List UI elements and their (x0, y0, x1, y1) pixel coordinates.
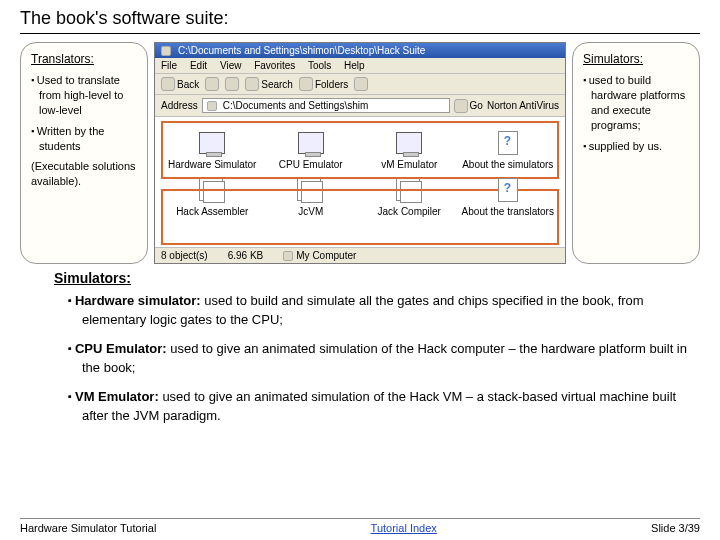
icon-row-2: Hack Assembler JcVM Jack Compiler About … (163, 172, 557, 219)
item-hack-asm[interactable]: Hack Assembler (163, 172, 262, 219)
simulators-b1: used to build hardware platforms and exe… (583, 73, 689, 132)
toolbar: Back Search Folders (155, 74, 565, 95)
views-icon[interactable] (354, 77, 368, 91)
footer-left: Hardware Simulator Tutorial (20, 522, 156, 534)
translators-paren: (Executable solutions available). (31, 159, 137, 189)
menu-tools[interactable]: Tools (308, 60, 331, 71)
folder-icon (161, 46, 171, 56)
item-cpu-emu[interactable]: CPU Emulator (262, 125, 361, 172)
page-title: The book's software suite: (20, 8, 700, 34)
computer-icon (396, 132, 422, 154)
forward-icon[interactable] (205, 77, 219, 91)
translators-b1: Used to translate from high-level to low… (31, 73, 137, 118)
help-doc-icon (498, 178, 518, 202)
footer: Hardware Simulator Tutorial Tutorial Ind… (20, 518, 700, 534)
menu-file[interactable]: File (161, 60, 177, 71)
main-bullets: Hardware simulator: used to build and si… (20, 292, 700, 425)
upper-region: Translators: Used to translate from high… (20, 42, 700, 264)
status-objects: 8 object(s) (161, 250, 208, 261)
translators-b2: Written by the students (31, 124, 137, 154)
footer-center-link[interactable]: Tutorial Index (371, 522, 437, 534)
computer-icon (199, 132, 225, 154)
status-size: 6.96 KB (228, 250, 264, 261)
status-location: My Computer (283, 250, 356, 261)
item-jack-comp[interactable]: Jack Compiler (360, 172, 459, 219)
address-input[interactable]: C:\Documents and Settings\shim (202, 98, 450, 113)
back-icon (161, 77, 175, 91)
explorer-body: Hardware Simulator CPU Emulator vM Emula… (155, 117, 565, 247)
item-hardware-sim[interactable]: Hardware Simulator (163, 125, 262, 172)
menu-view[interactable]: View (220, 60, 242, 71)
menu-bar[interactable]: File Edit View Favorites Tools Help (155, 58, 565, 74)
folders-button[interactable]: Folders (299, 77, 348, 91)
section-heading: Simulators: (54, 270, 700, 286)
translators-callout: Translators: Used to translate from high… (20, 42, 148, 264)
folder-small-icon (207, 101, 217, 111)
menu-edit[interactable]: Edit (190, 60, 207, 71)
address-label: Address (161, 100, 198, 111)
explorer-window: C:\Documents and Settings\shimon\Desktop… (154, 42, 566, 264)
search-icon (245, 77, 259, 91)
bullet-vm-emu: VM Emulator: used to give an animated si… (68, 388, 692, 426)
simulators-call-heading: Simulators: (583, 51, 689, 67)
search-button[interactable]: Search (245, 77, 293, 91)
simulators-b2: supplied by us. (583, 139, 689, 154)
computer-small-icon (283, 251, 293, 261)
back-button[interactable]: Back (161, 77, 199, 91)
item-about-trans[interactable]: About the translators (459, 172, 558, 219)
simulators-callout: Simulators: used to build hardware platf… (572, 42, 700, 264)
translators-heading: Translators: (31, 51, 137, 67)
norton-label: Norton AntiVirus (487, 100, 559, 111)
menu-favorites[interactable]: Favorites (254, 60, 295, 71)
folders-icon (299, 77, 313, 91)
status-bar: 8 object(s) 6.96 KB My Computer (155, 247, 565, 263)
computer-icon (298, 132, 324, 154)
window-title-text: C:\Documents and Settings\shimon\Desktop… (178, 45, 425, 56)
stack-icon (301, 181, 323, 203)
menu-help[interactable]: Help (344, 60, 365, 71)
stack-icon (203, 181, 225, 203)
item-vm-emu[interactable]: vM Emulator (360, 125, 459, 172)
go-icon (454, 99, 468, 113)
bullet-hw-sim: Hardware simulator: used to build and si… (68, 292, 692, 330)
stack-icon (400, 181, 422, 203)
window-titlebar: C:\Documents and Settings\shimon\Desktop… (155, 43, 565, 58)
item-jcvm[interactable]: JcVM (262, 172, 361, 219)
bullet-cpu-emu: CPU Emulator: used to give an animated s… (68, 340, 692, 378)
icon-row-1: Hardware Simulator CPU Emulator vM Emula… (163, 125, 557, 172)
item-about-sim[interactable]: About the simulators (459, 125, 558, 172)
footer-right: Slide 3/39 (651, 522, 700, 534)
go-button[interactable]: Go (454, 99, 483, 113)
address-bar: Address C:\Documents and Settings\shim G… (155, 95, 565, 117)
up-icon[interactable] (225, 77, 239, 91)
help-doc-icon (498, 131, 518, 155)
